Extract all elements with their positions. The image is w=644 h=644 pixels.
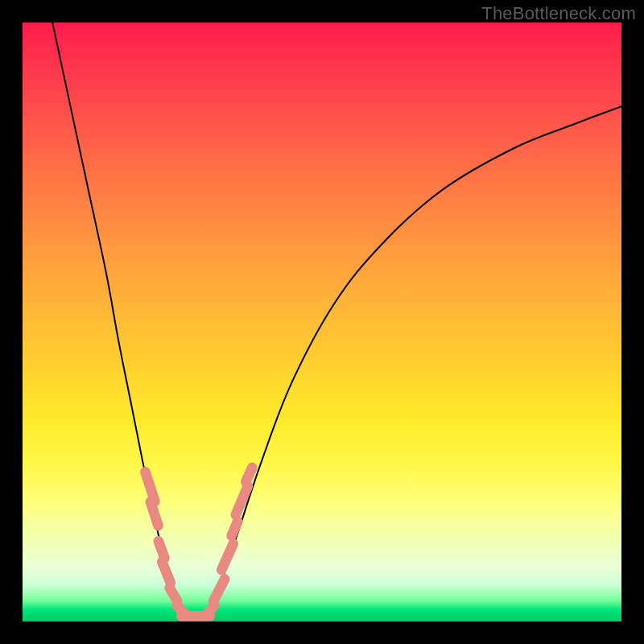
marker-segment bbox=[159, 541, 165, 558]
marker-segment bbox=[236, 486, 248, 515]
marker-segment bbox=[213, 579, 225, 601]
curve-left-curve bbox=[52, 23, 184, 616]
marker-segment bbox=[170, 588, 178, 601]
curve-layer bbox=[23, 23, 621, 621]
marker-segment bbox=[246, 468, 252, 482]
marker-segment bbox=[221, 543, 233, 570]
plot-area bbox=[23, 23, 621, 621]
bottleneck-curves bbox=[52, 23, 621, 617]
curve-right-curve bbox=[208, 106, 621, 615]
marker-segment bbox=[162, 562, 171, 583]
marker-segment bbox=[232, 522, 238, 536]
highlight-markers bbox=[145, 468, 252, 617]
chart-frame: TheBottleneck.com bbox=[0, 0, 644, 644]
watermark-text: TheBottleneck.com bbox=[481, 3, 636, 24]
